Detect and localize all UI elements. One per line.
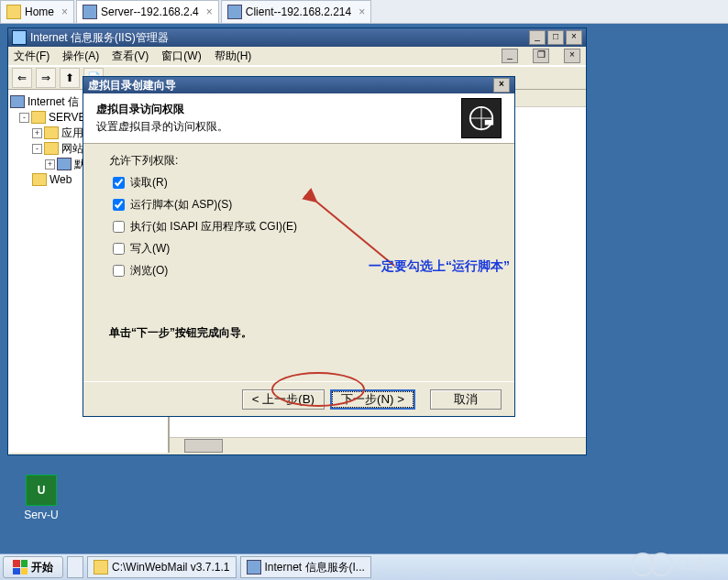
window-titlebar: Internet 信息服务(IIS)管理器 _ □ ×: [8, 28, 586, 47]
windows-flag-icon: [13, 560, 28, 575]
wizard-subheading: 设置虚拟目录的访问权限。: [96, 119, 228, 135]
quicklaunch-separator: [67, 556, 83, 578]
menubar: 文件(F) 操作(A) 查看(V) 窗口(W) 帮助(H) _ ❐ ×: [8, 47, 586, 66]
window-title: Internet 信息服务(IIS)管理器: [30, 30, 169, 46]
menu-action[interactable]: 操作(A): [62, 49, 99, 64]
tab-label: Client--192.168.2.214: [246, 5, 351, 18]
taskbar-item-iis[interactable]: Internet 信息服务(I...: [240, 556, 371, 578]
servu-icon: U: [26, 475, 57, 506]
mdi-minimize-button[interactable]: _: [502, 49, 518, 63]
tab-label: Home: [25, 5, 54, 18]
tab-server[interactable]: Server--192.168.2.4 ×: [76, 0, 219, 23]
menu-help[interactable]: 帮助(H): [215, 49, 252, 64]
client-icon: [227, 5, 242, 19]
expand-icon[interactable]: +: [45, 159, 55, 170]
perm-execute-row[interactable]: 执行(如 ISAPI 应用程序或 CGI)(E): [109, 218, 489, 235]
tab-label: Server--192.168.2.4: [101, 5, 199, 18]
browse-label: 浏览(O): [130, 263, 168, 279]
close-icon[interactable]: ×: [358, 5, 365, 18]
wizard-header: 虚拟目录访问权限 设置虚拟目录的访问权限。: [83, 93, 514, 144]
iis-icon: [247, 560, 261, 575]
cancel-button[interactable]: 取消: [430, 389, 502, 410]
server-icon: [83, 5, 97, 19]
expand-icon[interactable]: +: [32, 128, 42, 138]
folder-icon: [32, 173, 47, 186]
maximize-button[interactable]: □: [547, 30, 564, 45]
mdi-restore-button[interactable]: ❐: [533, 49, 549, 63]
back-button[interactable]: ⇐: [12, 68, 32, 88]
execute-label: 执行(如 ISAPI 应用程序或 CGI)(E): [130, 219, 297, 235]
server-icon: [31, 111, 46, 124]
watermark-brand: 亿速云: [631, 553, 721, 576]
execute-checkbox[interactable]: [113, 221, 125, 233]
dialog-title: 虚拟目录创建向导: [88, 78, 176, 93]
wizard-finish-text: 单击“下一步”按钮完成向导。: [109, 325, 489, 341]
read-checkbox[interactable]: [113, 177, 125, 189]
globe-icon: [57, 158, 72, 170]
menu-window[interactable]: 窗口(W): [161, 49, 201, 64]
desktop-icon-label: Serv-U: [17, 509, 66, 521]
perm-write-row[interactable]: 写入(W): [109, 240, 489, 257]
run-scripts-label: 运行脚本(如 ASP)(S): [130, 197, 232, 213]
svg-rect-1: [485, 120, 493, 126]
wizard-button-row: < 上一步(B) 下一步(N) > 取消: [83, 381, 514, 416]
taskbar-item-winwebmail[interactable]: C:\WinWebMail v3.7.1.1: [87, 556, 237, 578]
wizard-heading: 虚拟目录访问权限: [96, 102, 228, 117]
perm-read-row[interactable]: 读取(R): [109, 174, 489, 192]
up-button[interactable]: ⬆: [60, 68, 80, 88]
permissions-label: 允许下列权限:: [109, 153, 489, 169]
menu-file[interactable]: 文件(F): [14, 49, 50, 64]
close-icon[interactable]: ×: [206, 5, 213, 18]
back-button[interactable]: < 上一步(B): [242, 389, 325, 410]
brand-circle-icon: [649, 553, 673, 576]
annotation-text: 一定要勾选上“运行脚本”: [369, 258, 510, 275]
mdi-close-button[interactable]: ×: [564, 49, 580, 63]
forward-button[interactable]: ⇒: [36, 68, 56, 88]
scrollbar-thumb[interactable]: [184, 439, 223, 453]
home-icon: [6, 5, 21, 19]
menu-view[interactable]: 查看(V): [112, 49, 149, 64]
collapse-icon[interactable]: -: [32, 144, 42, 154]
write-checkbox[interactable]: [113, 243, 125, 255]
virtual-directory-wizard: 虚拟目录创建向导 × 虚拟目录访问权限 设置虚拟目录的访问权限。 允许下列权限:…: [83, 76, 515, 417]
tab-home[interactable]: Home ×: [0, 0, 74, 23]
start-label: 开始: [31, 560, 53, 575]
taskbar: 开始 C:\WinWebMail v3.7.1.1 Internet 信息服务(…: [0, 553, 728, 580]
wizard-banner-icon: [461, 98, 502, 138]
perm-scripts-row[interactable]: 运行脚本(如 ASP)(S): [109, 196, 489, 213]
computer-icon: [10, 95, 25, 108]
wizard-body: 允许下列权限: 读取(R) 运行脚本(如 ASP)(S) 执行(如 ISAPI …: [83, 144, 514, 341]
browser-tabstrip: Home × Server--192.168.2.4 × Client--192…: [0, 0, 728, 24]
desktop-icon-servu[interactable]: U Serv-U: [17, 475, 66, 521]
brand-text: 亿速云: [677, 555, 721, 575]
collapse-icon[interactable]: -: [19, 113, 29, 123]
horizontal-scrollbar[interactable]: [170, 437, 586, 453]
dialog-titlebar: 虚拟目录创建向导 ×: [83, 77, 514, 93]
close-icon[interactable]: ×: [61, 5, 68, 18]
dialog-close-button[interactable]: ×: [493, 78, 510, 93]
tab-client[interactable]: Client--192.168.2.214 ×: [221, 0, 371, 23]
folder-icon: [94, 560, 108, 575]
write-label: 写入(W): [130, 241, 170, 257]
next-button[interactable]: 下一步(N) >: [330, 389, 415, 410]
start-button[interactable]: 开始: [3, 556, 63, 578]
browse-checkbox[interactable]: [113, 265, 125, 277]
minimize-button[interactable]: _: [529, 30, 546, 45]
app-icon: [12, 30, 27, 45]
taskbar-item-label: Internet 信息服务(I...: [265, 560, 365, 575]
run-scripts-checkbox[interactable]: [113, 199, 125, 211]
folder-icon: [44, 142, 59, 155]
taskbar-item-label: C:\WinWebMail v3.7.1.1: [112, 561, 230, 574]
folder-icon: [44, 126, 59, 139]
close-button[interactable]: ×: [566, 30, 582, 45]
read-label: 读取(R): [130, 175, 168, 191]
